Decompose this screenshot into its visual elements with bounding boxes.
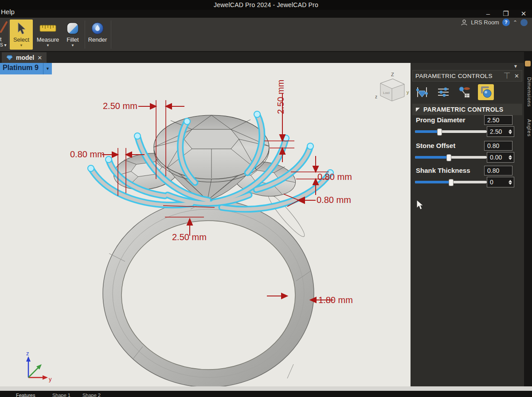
parametric-controls-panel: ▼ PARAMETRIC CONTROLS ⏉ ✕ bbox=[411, 63, 524, 386]
viewcube-corner-label: z bbox=[375, 94, 377, 99]
window-title: JewelCAD Pro 2024 - JewelCAD Pro bbox=[0, 1, 532, 8]
side-tab-dimensions[interactable]: Dimensions bbox=[524, 73, 532, 111]
spin-up-icon[interactable] bbox=[509, 129, 512, 132]
bottom-tab-features[interactable]: Features bbox=[16, 393, 35, 397]
ruler-icon bbox=[39, 20, 57, 36]
slider-thumb[interactable] bbox=[446, 154, 451, 161]
select-dropdown-icon[interactable]: ▼ bbox=[20, 43, 23, 47]
viewport-bottom-edge bbox=[0, 386, 532, 391]
prong-diameter-slider[interactable] bbox=[415, 128, 487, 135]
section-parametric-controls[interactable]: PARAMETRIC CONTROLS bbox=[412, 104, 522, 115]
minimize-button[interactable]: – bbox=[483, 10, 493, 18]
ring-model[interactable] bbox=[0, 63, 411, 386]
control-stone-offset: Stone Offset 0.80 0.00 bbox=[415, 142, 519, 167]
spin-up-icon[interactable] bbox=[509, 155, 512, 157]
document-tab-bar: model ✕ bbox=[0, 52, 532, 63]
axis-z-label: z bbox=[26, 350, 29, 357]
panel-menu-chevron-icon[interactable]: ▼ bbox=[513, 64, 518, 69]
fillet-icon bbox=[66, 20, 79, 36]
spin-down-icon[interactable] bbox=[509, 158, 512, 160]
account-name[interactable]: LRS Room bbox=[471, 19, 499, 26]
dim-label-prong-width: 0.80 mm bbox=[70, 149, 105, 160]
measure-dropdown-icon[interactable]: ▼ bbox=[46, 43, 50, 47]
toolbar-partial-label: t bbox=[0, 36, 8, 43]
prong-diameter-value[interactable]: 2.50 bbox=[484, 115, 512, 125]
slider-thumb[interactable] bbox=[449, 179, 454, 186]
title-bar: JewelCAD Pro 2024 - JewelCAD Pro bbox=[0, 0, 532, 10]
fillet-dropdown-icon[interactable]: ▼ bbox=[71, 43, 74, 47]
stone-offset-slider[interactable] bbox=[415, 154, 487, 160]
tab-model-label: model bbox=[16, 54, 34, 61]
menu-help[interactable]: Help bbox=[0, 7, 18, 16]
prong-diameter-spinner[interactable]: 2.50 bbox=[487, 126, 514, 137]
tab-model[interactable]: model ✕ bbox=[2, 52, 47, 63]
spin-up-icon[interactable] bbox=[509, 180, 512, 182]
dim-label-stone-height: 2.50 mm bbox=[276, 77, 286, 117]
shank-thickness-spinner[interactable]: 0 bbox=[487, 177, 514, 187]
restore-button[interactable]: ❐ bbox=[501, 10, 511, 18]
gem-icon bbox=[6, 55, 13, 61]
shank-thickness-slider[interactable] bbox=[415, 179, 487, 185]
cursor-icon bbox=[16, 20, 27, 36]
mouse-cursor bbox=[415, 199, 425, 211]
slider-thumb[interactable] bbox=[437, 128, 442, 136]
gem-sliders-icon[interactable] bbox=[414, 84, 430, 100]
select-tool-button[interactable]: Select ▼ bbox=[10, 19, 33, 50]
spin-down-icon[interactable] bbox=[509, 132, 512, 134]
fillet-label: Fillet bbox=[66, 36, 78, 43]
panel-title: PARAMETRIC CONTROLS bbox=[415, 73, 500, 79]
toolbar-partial-button[interactable]: t S ▾ bbox=[0, 19, 8, 50]
measure-label: Measure bbox=[37, 36, 59, 43]
sliders-icon[interactable] bbox=[435, 84, 451, 100]
spinner-value[interactable]: 2.50 bbox=[487, 128, 508, 135]
bottom-tab-bar: Features Shape 1 Shape 2 bbox=[0, 391, 532, 397]
section-title: PARAMETRIC CONTROLS bbox=[423, 106, 503, 113]
shank-thickness-value[interactable]: 0.80 bbox=[484, 166, 512, 175]
panel-close-icon[interactable]: ✕ bbox=[514, 73, 519, 79]
side-tab-angles[interactable]: Angles bbox=[524, 115, 532, 141]
help-icon[interactable]: ? bbox=[502, 19, 510, 26]
bottom-tab-shape1[interactable]: Shape 1 bbox=[52, 393, 70, 397]
menu-bar: Help bbox=[0, 7, 18, 18]
material-dropdown-arrow[interactable]: ▼ bbox=[43, 63, 52, 74]
material-selected[interactable]: Platinum 9 bbox=[0, 63, 43, 74]
view-cube[interactable]: Z y z Loci bbox=[372, 71, 411, 105]
spin-down-icon[interactable] bbox=[509, 183, 512, 185]
stone-offset-label: Stone Offset bbox=[416, 142, 455, 149]
partial-app-icon bbox=[520, 19, 528, 26]
parametric-measure-icon[interactable] bbox=[478, 84, 494, 100]
viewcube-y-label: y bbox=[407, 90, 409, 95]
stone-offset-spinner[interactable]: 0.00 bbox=[487, 152, 514, 163]
prong-diameter-label: Prong Diameter bbox=[416, 116, 466, 124]
tab-close-icon[interactable]: ✕ bbox=[37, 54, 42, 61]
close-button[interactable]: ✕ bbox=[519, 10, 528, 18]
select-label: Select bbox=[13, 36, 29, 43]
toolbar-partial-sub: S ▾ bbox=[0, 43, 8, 47]
spinner-value[interactable]: 0 bbox=[487, 179, 508, 186]
pin-icon[interactable]: ⏉ bbox=[504, 73, 510, 79]
pencil-icon bbox=[0, 19, 8, 35]
section-collapse-icon[interactable] bbox=[416, 108, 420, 112]
window-controls: – ❐ ✕ bbox=[483, 10, 528, 18]
strip-gem-icon bbox=[525, 61, 531, 66]
material-dropdown[interactable]: Platinum 9 ▼ bbox=[0, 63, 52, 74]
stone-offset-value[interactable]: 0.80 bbox=[484, 141, 512, 151]
fillet-tool-button[interactable]: Fillet ▼ bbox=[62, 19, 83, 50]
viewcube-z-label: Z bbox=[391, 72, 394, 77]
dim-label-side-gap: 0.80 mm bbox=[317, 172, 352, 182]
user-icon bbox=[461, 19, 468, 26]
spinner-value[interactable]: 0.00 bbox=[487, 154, 508, 161]
main-toolbar: t S ▾ Select ▼ bbox=[0, 18, 532, 51]
chevron-up-icon[interactable]: ⌃ bbox=[513, 19, 517, 26]
account-area: LRS Room ? ⌃ bbox=[461, 19, 528, 26]
render-button[interactable]: Render bbox=[86, 19, 109, 50]
shank-thickness-label: Shank Thickness bbox=[416, 167, 470, 174]
side-tab-strip: Dimensions Angles bbox=[524, 52, 532, 386]
dim-label-seat-depth: 2.50 mm bbox=[172, 232, 207, 242]
ring-shank[interactable] bbox=[103, 188, 314, 386]
gem-panel-icon[interactable] bbox=[457, 84, 473, 100]
model-viewport[interactable]: Platinum 9 ▼ bbox=[0, 63, 411, 386]
render-label: Render bbox=[88, 36, 107, 43]
measure-tool-button[interactable]: Measure ▼ bbox=[35, 19, 60, 50]
bottom-tab-shape2[interactable]: Shape 2 bbox=[82, 393, 101, 397]
